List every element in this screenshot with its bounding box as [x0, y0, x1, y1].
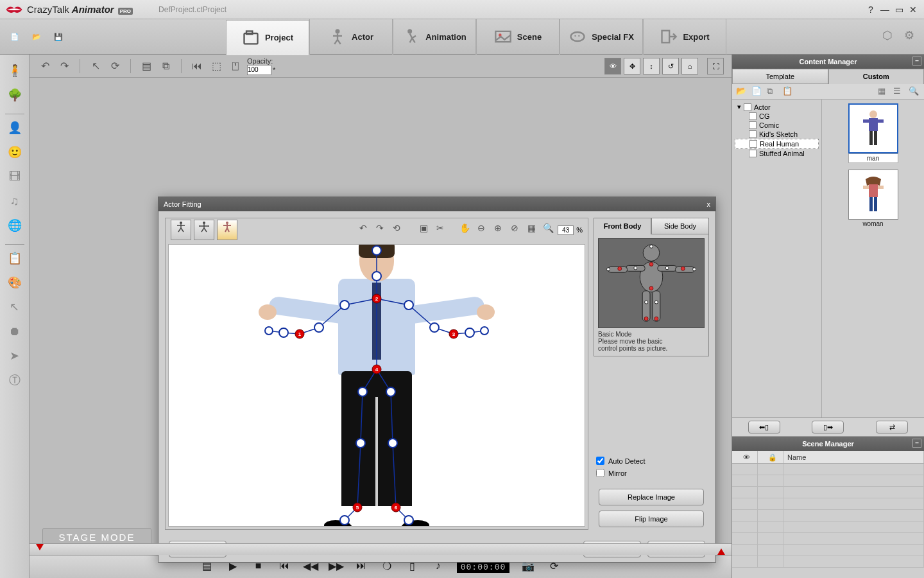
refresh-icon[interactable]: ⟳: [107, 58, 123, 74]
audio-tool-icon[interactable]: ♫: [5, 191, 24, 211]
new-file-icon[interactable]: 📄: [6, 28, 23, 45]
xfer-out-icon[interactable]: ▯➡: [812, 421, 844, 434]
tree-real-human[interactable]: Real Human: [735, 139, 819, 149]
package-icon[interactable]: ⬡: [879, 28, 896, 45]
link-icon[interactable]: ⍞: [228, 58, 243, 74]
open-file-icon[interactable]: 📂: [28, 28, 45, 45]
svg-text:3: 3: [452, 331, 456, 337]
custom-tab[interactable]: Custom: [828, 69, 925, 84]
tab-project[interactable]: Project: [226, 20, 309, 55]
skeleton-overlay[interactable]: 2 1 3: [261, 244, 492, 527]
arrow-tool-icon[interactable]: ➤: [5, 346, 24, 365]
scene-col-lock-icon[interactable]: 🔒: [758, 451, 783, 463]
dlg-reset-icon[interactable]: ⟲: [389, 223, 404, 237]
template-tab[interactable]: Template: [732, 69, 828, 84]
record-tool-icon[interactable]: ⏺: [5, 322, 24, 341]
tab-specialfx[interactable]: Special FX: [560, 19, 643, 55]
cm-new-icon[interactable]: 📄: [751, 86, 763, 98]
tab-scene[interactable]: Scene: [476, 19, 560, 55]
view-rotate-icon[interactable]: ↺: [662, 58, 679, 74]
dlg-zoom-icon[interactable]: 🔍: [541, 223, 555, 237]
settings-icon[interactable]: ⚙: [901, 28, 918, 45]
view-updown-icon[interactable]: ↕: [643, 58, 660, 74]
view-home-icon[interactable]: ⌂: [681, 58, 698, 74]
tree-comic[interactable]: Comic: [735, 121, 819, 130]
fitting-canvas[interactable]: 2 1 3: [168, 244, 585, 527]
duplicate-icon[interactable]: ⧉: [158, 58, 173, 74]
film-tool-icon[interactable]: 🎞: [5, 167, 24, 186]
cm-search-icon[interactable]: 🔍: [909, 86, 920, 98]
skip-start-icon[interactable]: ⏮: [189, 58, 205, 74]
clipboard-tool-icon[interactable]: 📋: [5, 249, 24, 268]
cm-grid-icon[interactable]: ▦: [878, 86, 889, 98]
redo-icon[interactable]: ↷: [56, 58, 72, 74]
scene-table-body[interactable]: [732, 464, 924, 578]
dlg-fit-icon[interactable]: ▣: [416, 223, 431, 237]
prop-tool-icon[interactable]: 🌳: [5, 85, 24, 105]
help-button[interactable]: ?: [865, 4, 877, 15]
tab-animation[interactable]: Animation: [393, 19, 476, 55]
timeline-end-marker[interactable]: [717, 548, 725, 555]
layers-icon[interactable]: ▤: [139, 58, 154, 74]
dlg-zoomin-icon[interactable]: ⊕: [491, 223, 505, 237]
timeline-start-marker[interactable]: [36, 544, 44, 550]
content-manager-collapse-icon[interactable]: –: [912, 57, 921, 66]
person-tool-icon[interactable]: 👤: [5, 118, 24, 137]
cm-list-icon[interactable]: ☰: [893, 86, 905, 98]
side-body-tab[interactable]: Side Body: [651, 218, 709, 234]
dialog-titlebar[interactable]: Actor Fitting x: [158, 197, 715, 211]
skeleton-mode-3[interactable]: [217, 220, 237, 240]
save-file-icon[interactable]: 💾: [50, 28, 67, 45]
timeline-strip[interactable]: [30, 543, 732, 555]
minimize-button[interactable]: —: [879, 4, 891, 15]
scene-col-visibility-icon[interactable]: 👁: [732, 451, 758, 463]
cm-open-icon[interactable]: 📂: [736, 86, 748, 98]
opacity-input[interactable]: [247, 65, 271, 75]
text-tool-icon[interactable]: Ⓣ: [5, 371, 24, 390]
dlg-undo-icon[interactable]: ↶: [356, 223, 370, 237]
svg-rect-71: [869, 184, 878, 197]
xfer-both-icon[interactable]: ⇄: [876, 421, 908, 434]
globe-tool-icon[interactable]: 🌐: [5, 216, 24, 235]
scene-col-name[interactable]: Name: [783, 451, 924, 463]
tab-export[interactable]: Export: [643, 19, 726, 55]
svg-point-8: [578, 35, 579, 37]
auto-detect-checkbox[interactable]: Auto Detect: [596, 457, 706, 465]
dialog-close-icon[interactable]: x: [707, 200, 711, 208]
tree-kids[interactable]: Kid's Sketch: [735, 130, 819, 139]
paint-tool-icon[interactable]: 🎨: [5, 273, 24, 292]
mirror-checkbox[interactable]: Mirror: [596, 469, 706, 477]
skeleton-mode-1[interactable]: [171, 220, 191, 240]
tab-actor[interactable]: Actor: [309, 19, 393, 55]
thumb-woman[interactable]: woman: [848, 170, 898, 228]
cm-copy-icon[interactable]: ⧉: [767, 86, 778, 98]
dlg-zoomreset-icon[interactable]: ⊘: [508, 223, 522, 237]
view-eye-icon[interactable]: 👁: [604, 58, 621, 74]
skeleton-mode-2[interactable]: [194, 220, 214, 240]
cursor-tool-icon[interactable]: ↖: [5, 297, 24, 317]
xfer-in-icon[interactable]: ⬅▯: [748, 421, 780, 434]
face-tool-icon[interactable]: 🙂: [5, 143, 24, 162]
tree-stuffed[interactable]: Stuffed Animal: [735, 149, 819, 158]
tree-cg[interactable]: CG: [735, 112, 819, 121]
dlg-zoomout-icon[interactable]: ⊖: [474, 223, 488, 237]
close-button[interactable]: ✕: [907, 4, 919, 15]
scene-manager-collapse-icon[interactable]: –: [912, 439, 921, 448]
replace-image-button[interactable]: Replace Image: [599, 489, 704, 505]
group-icon[interactable]: ⬚: [209, 58, 224, 74]
tree-actor[interactable]: ▾Actor: [735, 102, 819, 112]
fullscreen-icon[interactable]: ⛶: [707, 58, 724, 74]
thumb-man[interactable]: man: [848, 103, 898, 163]
select-icon[interactable]: ↖: [88, 58, 103, 74]
dlg-crop-icon[interactable]: ✂: [433, 223, 447, 237]
undo-icon[interactable]: ↶: [37, 58, 53, 74]
character-tool-icon[interactable]: 🧍: [5, 61, 24, 80]
dlg-redo-icon[interactable]: ↷: [373, 223, 387, 237]
dlg-pan-icon[interactable]: ✋: [458, 223, 472, 237]
flip-image-button[interactable]: Flip Image: [599, 511, 704, 527]
front-body-tab[interactable]: Front Body: [594, 218, 651, 234]
cm-paste-icon[interactable]: 📋: [782, 86, 794, 98]
dlg-grid-icon[interactable]: ▦: [524, 223, 538, 237]
view-move-icon[interactable]: ✥: [624, 58, 640, 74]
maximize-button[interactable]: ▭: [893, 4, 905, 15]
